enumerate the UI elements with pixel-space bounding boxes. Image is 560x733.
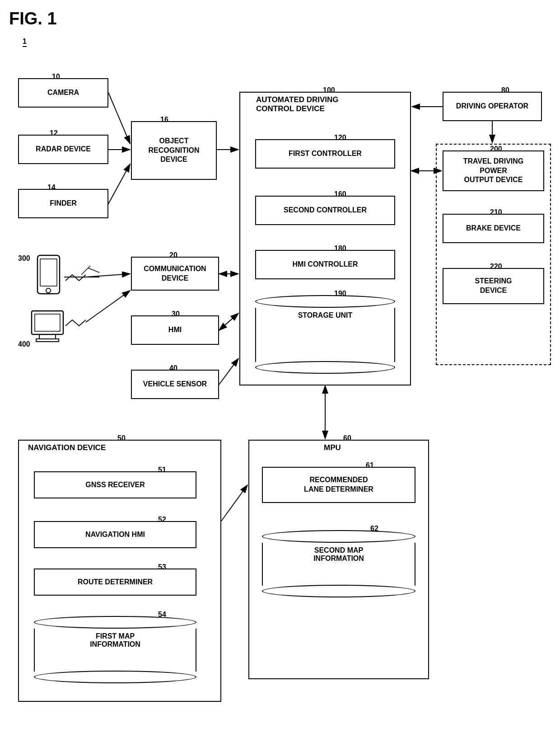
fig-title: FIG. 1 xyxy=(9,9,551,28)
navigation-hmi-box: NAVIGATION HMI xyxy=(34,521,196,548)
svg-line-14 xyxy=(108,164,130,204)
num-51: 51 xyxy=(158,466,166,474)
svg-line-23 xyxy=(81,266,90,275)
num-40: 40 xyxy=(169,364,177,372)
storage-unit: STORAGE UNIT xyxy=(255,295,395,374)
ref-1: 1 xyxy=(23,38,27,47)
steering-device-box: STEERING DEVICE xyxy=(443,268,544,304)
finder-box: FINDER xyxy=(18,189,108,218)
second-map-info: SECOND MAP INFORMATION xyxy=(262,530,415,597)
num-53: 53 xyxy=(158,563,166,571)
num-12: 12 xyxy=(50,129,58,137)
svg-point-2 xyxy=(46,288,51,293)
diagram-area: 1 CAMERA 10 RADAR DEVICE 12 FINDER 14 OB… xyxy=(9,33,551,733)
svg-rect-3 xyxy=(32,311,63,334)
num-52: 52 xyxy=(158,516,166,524)
vehicle-sensor-box: VEHICLE SENSOR xyxy=(131,370,219,399)
hmi-controller-box: HMI CONTROLLER xyxy=(255,250,395,279)
computer-icon xyxy=(29,309,65,347)
num-14: 14 xyxy=(47,183,56,192)
num-160: 160 xyxy=(334,190,346,198)
travel-driving-box: TRAVEL DRIVING POWER OUTPUT DEVICE xyxy=(443,150,544,191)
svg-line-26 xyxy=(86,291,130,322)
driving-operator-box: DRIVING OPERATOR xyxy=(443,92,542,121)
svg-line-20 xyxy=(219,313,238,330)
communication-device-box: COMMUNICATION DEVICE xyxy=(131,257,219,291)
hmi-box: HMI xyxy=(131,315,219,345)
svg-line-25 xyxy=(86,274,130,277)
mpu-label: MPU xyxy=(323,443,342,452)
num-220: 220 xyxy=(490,263,502,271)
recommended-lane-box: RECOMMENDED LANE DETERMINER xyxy=(262,467,415,503)
num-60: 60 xyxy=(343,434,351,442)
svg-rect-6 xyxy=(36,339,59,342)
gnss-receiver-box: GNSS RECEIVER xyxy=(34,471,196,498)
svg-line-21 xyxy=(219,358,238,385)
first-controller-box: FIRST CONTROLLER xyxy=(255,139,395,169)
num-120: 120 xyxy=(334,134,346,142)
svg-line-24 xyxy=(88,268,99,273)
num-180: 180 xyxy=(334,244,346,253)
svg-rect-4 xyxy=(35,314,60,331)
page: FIG. 1 1 CAMERA 10 RADAR DEVICE 12 FINDE… xyxy=(0,0,560,733)
num-50: 50 xyxy=(117,434,126,442)
camera-box: CAMERA xyxy=(18,78,108,108)
num-210: 210 xyxy=(490,208,502,216)
num-300: 300 xyxy=(18,254,30,263)
num-61: 61 xyxy=(366,461,374,470)
num-10: 10 xyxy=(52,73,60,81)
navigation-device-label: NAVIGATION DEVICE xyxy=(27,443,107,452)
num-80: 80 xyxy=(501,86,509,94)
num-200: 200 xyxy=(490,145,502,153)
num-30: 30 xyxy=(172,310,180,318)
second-controller-box: SECOND CONTROLLER xyxy=(255,196,395,225)
svg-line-28 xyxy=(221,485,247,521)
brake-device-box: BRAKE DEVICE xyxy=(443,214,544,243)
radar-box: RADAR DEVICE xyxy=(18,135,108,164)
num-16: 16 xyxy=(160,116,168,124)
num-20: 20 xyxy=(169,251,177,259)
svg-line-12 xyxy=(108,93,130,144)
phone-icon xyxy=(34,254,63,301)
svg-rect-5 xyxy=(39,334,56,339)
automated-driving-label: AUTOMATED DRIVINGCONTROL DEVICE xyxy=(255,95,340,113)
object-recognition-box: OBJECT RECOGNITION DEVICE xyxy=(131,121,217,180)
route-determiner-box: ROUTE DETERMINER xyxy=(34,569,196,596)
num-400: 400 xyxy=(18,340,30,348)
svg-rect-1 xyxy=(40,259,57,286)
first-map-info: FIRST MAP INFORMATION xyxy=(34,616,196,683)
num-100: 100 xyxy=(323,86,335,94)
